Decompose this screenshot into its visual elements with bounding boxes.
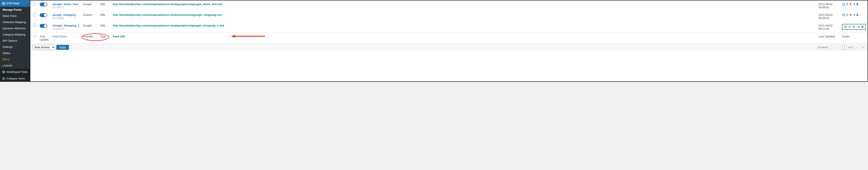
svg-rect-12: [857, 14, 858, 15]
current-page: 1: [842, 45, 847, 50]
sidebar-collapse[interactable]: Collapse menu: [0, 75, 30, 82]
sidebar-item-wp-options[interactable]: WP Options: [0, 37, 30, 44]
first-page-button[interactable]: «: [830, 45, 835, 50]
feed-provider: Google: [81, 0, 98, 11]
sidebar-item-settings[interactable]: Settings: [0, 44, 30, 50]
delete-icon[interactable]: [849, 3, 852, 6]
feed-type: XML: [98, 0, 111, 11]
sidebar-multilingual[interactable]: Multilingual Tools: [0, 68, 30, 75]
feed-provider: Google: [81, 22, 98, 33]
sidebar-item-make-feed[interactable]: Make Feed: [0, 13, 30, 19]
apply-button[interactable]: Apply: [56, 45, 69, 50]
feed-url-link[interactable]: http://woofeedpro/wp-content/uploads/woo…: [113, 13, 222, 17]
sidebar-item-manage-feeds[interactable]: Manage Feeds: [0, 7, 30, 13]
bulk-select[interactable]: Bulk Actions: [32, 45, 55, 50]
col-last-updated: Last Updated: [817, 33, 840, 44]
refresh-icon[interactable]: [848, 25, 851, 29]
row-checkbox[interactable]: [33, 13, 36, 16]
feed-name-link[interactable]: Google_Shopping_1: [53, 24, 80, 27]
table-bottom-bar: Bulk Actions Apply 23 items « ‹ 1 of 3 ›…: [30, 44, 868, 51]
pagination: 23 items « ‹ 1 of 3 › »: [818, 45, 865, 50]
svg-rect-15: [862, 26, 863, 28]
sidebar-item-category-mapping[interactable]: Category Mapping: [0, 31, 30, 37]
col-feed-name[interactable]: Feed Name: [51, 33, 81, 44]
sidebar-item-license[interactable]: License: [0, 62, 30, 68]
feed-icon: [2, 2, 5, 5]
feed-id: (id:18427): [53, 6, 64, 9]
feed-updated: 2021-09-0205:11:02: [817, 22, 840, 33]
table-row: Google_Shopping_1(id:18939)GoogleXMLhttp…: [30, 22, 868, 33]
auto-update-toggle[interactable]: [40, 13, 48, 17]
refresh-icon[interactable]: [845, 13, 849, 17]
bulk-actions: Bulk Actions Apply: [32, 45, 69, 50]
col-type: Type: [98, 33, 111, 44]
feed-provider: Custom: [81, 11, 98, 22]
auto-update-toggle[interactable]: [40, 24, 48, 28]
globe-icon: [2, 70, 5, 74]
feed-type: XML: [98, 22, 111, 33]
main-content: Google_Demo_Test(id:18427)GoogleXMLhttp:…: [30, 0, 868, 82]
svg-rect-0: [2, 2, 5, 4]
svg-rect-16: [862, 26, 863, 27]
copy-icon[interactable]: [856, 3, 859, 6]
feed-name-link[interactable]: google_shopping: [53, 13, 75, 17]
feed-id: (id:18939): [53, 27, 64, 30]
table-row: Google_Demo_Test(id:18427)GoogleXMLhttp:…: [30, 0, 868, 11]
svg-point-6: [3, 77, 5, 80]
refresh-icon[interactable]: [845, 3, 849, 6]
feed-id: (id:11488): [53, 17, 64, 20]
svg-rect-1: [3, 3, 4, 4]
open-icon[interactable]: [842, 3, 845, 6]
svg-rect-11: [857, 14, 858, 16]
copy-icon[interactable]: [861, 25, 864, 29]
svg-rect-7: [857, 3, 858, 5]
col-provider: Provider: [81, 33, 98, 44]
export-icon[interactable]: [852, 3, 856, 6]
sidebar-item-attributes-mapping[interactable]: Attributes Mapping: [0, 19, 30, 25]
delete-icon[interactable]: [849, 13, 852, 17]
last-page-button[interactable]: »: [860, 45, 865, 50]
feed-url-link[interactable]: http://woofeedpro/wp-content/uploads/woo…: [113, 3, 222, 6]
sidebar-item-dynamic-attributes[interactable]: Dynamic Attributes: [0, 25, 30, 31]
row-checkbox[interactable]: [33, 3, 36, 5]
feeds-table: Google_Demo_Test(id:18427)GoogleXMLhttp:…: [30, 0, 868, 44]
feed-url-link[interactable]: http://woofeedpro/wp-content/uploads/woo…: [113, 24, 224, 27]
sidebar-item-status[interactable]: Status: [0, 50, 30, 56]
svg-rect-14: [857, 15, 858, 15]
select-all-checkbox[interactable]: [33, 35, 36, 38]
sidebar-header[interactable]: CTX Feed: [0, 0, 30, 7]
page-of: of 3: [848, 46, 853, 49]
copy-icon[interactable]: [856, 13, 859, 17]
feed-type: XML: [98, 11, 111, 22]
sidebar-title: CTX Feed: [6, 2, 19, 5]
svg-rect-9: [857, 4, 858, 4]
export-icon[interactable]: [852, 13, 856, 17]
col-auto-update: Auto Update: [38, 33, 51, 44]
sidebar-item-docs[interactable]: Docs: [0, 56, 30, 62]
feed-name-link[interactable]: Google_Demo_Test: [53, 3, 78, 6]
feed-updated: 2021-09-0204:58:42: [817, 11, 840, 22]
auto-update-toggle[interactable]: [40, 3, 48, 6]
col-action: Action: [840, 33, 868, 44]
open-icon[interactable]: [842, 13, 845, 17]
collapse-icon: [2, 77, 5, 80]
delete-icon[interactable]: [852, 25, 856, 29]
feed-updated: 2021-09-0204:58:41: [817, 0, 840, 11]
total-items: 23 items: [818, 46, 828, 49]
row-checkbox[interactable]: [33, 24, 36, 27]
open-icon[interactable]: [844, 25, 847, 29]
next-page-button[interactable]: ›: [854, 45, 859, 50]
table-row: google_shopping(id:11488)CustomXMLhttp:/…: [30, 11, 868, 22]
prev-page-button[interactable]: ‹: [836, 45, 841, 50]
svg-rect-2: [4, 3, 4, 4]
svg-rect-13: [857, 15, 858, 15]
admin-sidebar: CTX Feed Manage FeedsMake FeedAttributes…: [0, 0, 30, 82]
export-icon[interactable]: [857, 25, 860, 29]
col-feed-url[interactable]: Feed URL: [111, 33, 817, 44]
